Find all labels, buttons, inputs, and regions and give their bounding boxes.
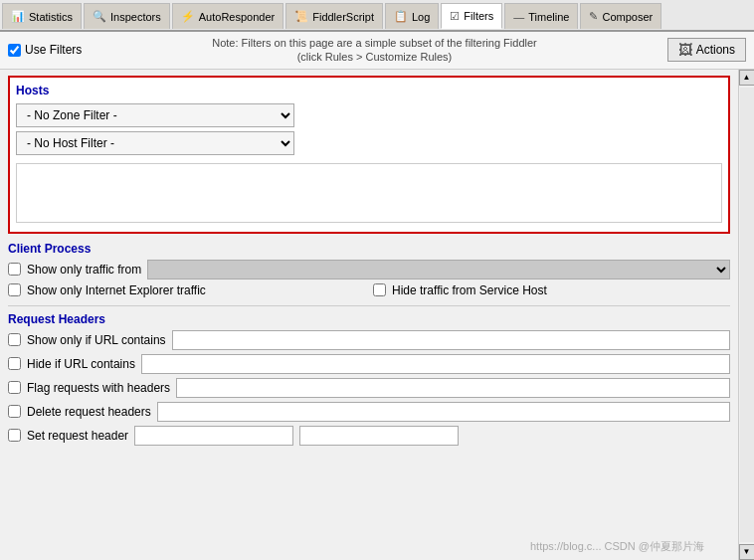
show-only-ie-label: Show only Internet Explorer traffic — [27, 283, 206, 297]
set-request-name-input[interactable] — [134, 426, 293, 446]
tab-log[interactable]: 📋 Log — [385, 3, 439, 29]
main-content: Hosts - No Zone Filter - Show only Intra… — [0, 70, 754, 560]
show-only-traffic-checkbox[interactable] — [8, 263, 21, 276]
tab-timeline-label: Timeline — [528, 11, 569, 23]
composer-icon: ✎ — [589, 10, 598, 23]
client-process-section: Client Process Show only traffic from Sh… — [8, 242, 730, 297]
show-if-url-row: Show only if URL contains — [8, 330, 730, 350]
fiddlerscript-icon: 📜 — [294, 10, 308, 23]
set-request-row: Set request header — [8, 426, 730, 446]
client-process-header: Client Process — [8, 242, 730, 256]
hide-if-url-row: Hide if URL contains — [8, 354, 730, 374]
tab-statistics-label: Statistics — [29, 11, 73, 23]
actions-icon: 🖼 — [678, 42, 692, 58]
scrollbar-track[interactable] — [740, 88, 754, 542]
request-headers-section: Request Headers Show only if URL contain… — [8, 312, 730, 446]
hide-service-host-label: Hide traffic from Service Host — [392, 283, 547, 297]
tab-autoresponder-label: AutoResponder — [199, 11, 275, 23]
tab-filters-label: Filters — [464, 10, 493, 22]
delete-request-checkbox[interactable] — [8, 405, 21, 418]
flag-requests-input[interactable] — [176, 378, 730, 398]
log-icon: 📋 — [394, 10, 408, 23]
hide-if-url-checkbox[interactable] — [8, 357, 21, 370]
use-filters-label[interactable]: Use Filters — [8, 43, 82, 57]
hide-if-url-label: Hide if URL contains — [27, 357, 135, 371]
timeline-icon: — — [513, 11, 524, 23]
show-if-url-label: Show only if URL contains — [27, 333, 166, 347]
tab-composer-label: Composer — [602, 11, 653, 23]
tab-timeline[interactable]: — Timeline — [504, 3, 578, 29]
inspectors-icon: 🔍 — [93, 10, 106, 23]
tab-bar: 📊 Statistics 🔍 Inspectors ⚡ AutoResponde… — [0, 0, 754, 32]
request-headers-header: Request Headers — [8, 312, 730, 326]
process-select[interactable] — [147, 260, 730, 280]
use-filters-checkbox[interactable] — [8, 44, 21, 57]
tab-autoresponder[interactable]: ⚡ AutoResponder — [172, 3, 283, 29]
watermark: https://blog.c... CSDN @仲夏那片海 — [530, 539, 704, 554]
divider-1 — [8, 305, 730, 306]
hide-service-host-checkbox[interactable] — [373, 283, 386, 296]
use-filters-text: Use Filters — [25, 43, 82, 57]
tab-filters[interactable]: ☑ Filters — [441, 3, 502, 29]
autoresponder-icon: ⚡ — [181, 10, 195, 23]
statistics-icon: 📊 — [11, 10, 25, 23]
host-filter-select[interactable]: - No Host Filter - Show only the followi… — [16, 131, 294, 155]
tab-inspectors[interactable]: 🔍 Inspectors — [84, 3, 170, 29]
note-text: Note: Filters on this page are a simple … — [88, 36, 660, 65]
set-request-label: Set request header — [27, 429, 128, 443]
scrollbar-down-btn[interactable]: ▼ — [739, 544, 755, 560]
tab-composer[interactable]: ✎ Composer — [580, 3, 661, 29]
tab-statistics[interactable]: 📊 Statistics — [2, 3, 82, 29]
toolbar: Use Filters Note: Filters on this page a… — [0, 32, 754, 70]
ie-traffic-row: Show only Internet Explorer traffic Hide… — [8, 283, 730, 297]
delete-request-row: Delete request headers — [8, 402, 730, 422]
delete-request-label: Delete request headers — [27, 405, 151, 419]
show-if-url-input[interactable] — [172, 330, 730, 350]
hide-if-url-input[interactable] — [141, 354, 730, 374]
actions-button[interactable]: 🖼 Actions — [667, 38, 746, 62]
delete-request-input[interactable] — [157, 402, 730, 422]
flag-requests-label: Flag requests with headers — [27, 381, 170, 395]
flag-requests-checkbox[interactable] — [8, 381, 21, 394]
tab-fiddlerscript[interactable]: 📜 FiddlerScript — [285, 3, 383, 29]
actions-label: Actions — [696, 43, 735, 57]
filters-icon: ☑ — [450, 10, 460, 23]
ie-traffic-col: Show only Internet Explorer traffic — [8, 283, 365, 297]
tab-fiddlerscript-label: FiddlerScript — [312, 11, 374, 23]
right-scrollbar: ▲ ▼ — [738, 70, 754, 560]
hosts-title: Hosts — [16, 84, 722, 97]
tab-inspectors-label: Inspectors — [110, 11, 161, 23]
zone-filter-select[interactable]: - No Zone Filter - Show only Intranet Ho… — [16, 103, 294, 127]
show-only-traffic-label: Show only traffic from — [27, 263, 141, 277]
zone-filter-wrapper: - No Zone Filter - Show only Intranet Ho… — [16, 103, 722, 127]
set-request-checkbox[interactable] — [8, 429, 21, 442]
host-filter-wrapper: - No Host Filter - Show only the followi… — [16, 131, 722, 155]
set-request-value-input[interactable] — [299, 426, 459, 446]
hosts-section: Hosts - No Zone Filter - Show only Intra… — [8, 76, 730, 234]
hosts-textarea[interactable] — [16, 163, 722, 223]
tab-log-label: Log — [412, 11, 430, 23]
scrollbar-up-btn[interactable]: ▲ — [739, 70, 755, 86]
hide-service-host-col: Hide traffic from Service Host — [373, 283, 730, 297]
show-only-traffic-row: Show only traffic from — [8, 260, 730, 280]
content-panel: Hosts - No Zone Filter - Show only Intra… — [0, 70, 738, 560]
show-if-url-checkbox[interactable] — [8, 333, 21, 346]
show-only-ie-checkbox[interactable] — [8, 283, 21, 296]
flag-requests-row: Flag requests with headers — [8, 378, 730, 398]
